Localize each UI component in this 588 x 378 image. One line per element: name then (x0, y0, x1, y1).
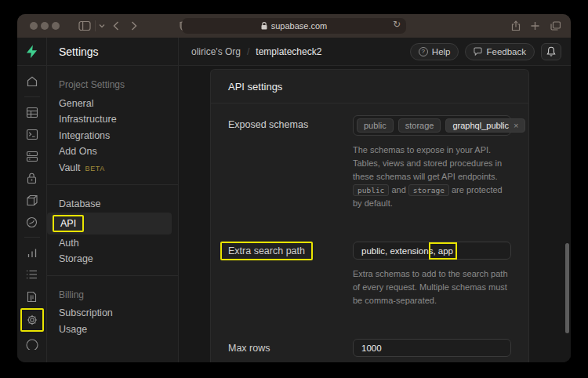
reports-icon[interactable] (22, 242, 42, 263)
back-icon[interactable] (113, 21, 119, 31)
sql-editor-icon[interactable] (22, 124, 42, 144)
notifications-button[interactable] (541, 43, 561, 60)
sidebar-chevron-down-icon[interactable] (99, 24, 105, 28)
sidebar-item-general[interactable]: General (47, 96, 178, 111)
inline-code-storage: storage (408, 184, 449, 196)
sidebar-item-infrastructure[interactable]: Infrastructure (47, 112, 178, 127)
max-rows-label: Max rows (228, 339, 353, 354)
extra-search-path-label: Extra search path (228, 242, 353, 260)
address-bar[interactable]: supabase.com ↻ (182, 18, 406, 34)
browser-toolbar: supabase.com ↻ (17, 14, 571, 38)
zoom-window-button[interactable] (52, 22, 60, 30)
close-window-button[interactable] (30, 22, 38, 30)
minimize-window-button[interactable] (41, 22, 49, 30)
exposed-schemas-control: public storage graphql_public × (353, 115, 511, 210)
section-header-billing: Billing (47, 287, 178, 303)
api-docs-icon[interactable] (22, 286, 42, 307)
extra-search-path-description: Extra schemas to add to the search path … (353, 267, 511, 307)
sidebar-divider (47, 275, 178, 276)
sidebar-item-api[interactable]: API (47, 213, 172, 234)
storage-icon[interactable] (22, 190, 42, 210)
sidebar-item-usage[interactable]: Usage (47, 322, 178, 336)
breadcrumb-org[interactable]: olirice's Org (191, 46, 241, 57)
card-title: API settings (211, 70, 528, 104)
scrollbar-thumb[interactable] (565, 243, 569, 333)
forward-icon[interactable] (131, 21, 137, 31)
extra-search-path-input[interactable]: public, extensions, app (353, 242, 511, 260)
help-label: Help (432, 47, 451, 56)
breadcrumb-separator: / (247, 46, 249, 57)
desktop: supabase.com ↻ Settings (0, 0, 588, 378)
extra-search-path-row: Extra search path public, extensions, ap… (228, 242, 511, 307)
nav-rail (17, 66, 47, 362)
api-label: API (60, 218, 76, 229)
share-icon[interactable] (511, 20, 521, 31)
max-rows-input[interactable]: 1000 (353, 339, 511, 357)
rail-divider (24, 96, 40, 97)
rail-divider (24, 237, 40, 238)
sidebar-item-storage[interactable]: Storage (47, 252, 178, 267)
remove-chip-icon[interactable]: × (514, 121, 518, 130)
max-rows-row: Max rows 1000 The maximum number of rows… (228, 339, 511, 362)
api-annotation-box: API (53, 215, 84, 232)
refresh-icon[interactable]: ↻ (393, 19, 401, 30)
table-editor-icon[interactable] (22, 102, 42, 122)
edge-functions-icon[interactable] (22, 212, 42, 232)
traffic-lights (30, 22, 60, 30)
exposed-schemas-multiselect[interactable]: public storage graphql_public × (353, 115, 511, 136)
max-rows-control: 1000 The maximum number of rows returned… (353, 339, 511, 362)
supabase-app: Settings olirice's Org / templatecheck2 … (17, 38, 571, 362)
card-body: Exposed schemas public storage graphql_p… (211, 104, 528, 362)
feedback-label: Feedback (486, 47, 526, 56)
sidebar-divider (47, 184, 178, 185)
breadcrumb-project[interactable]: templatecheck2 (256, 46, 321, 57)
feedback-button[interactable]: Feedback (465, 43, 535, 60)
schema-chip-storage[interactable]: storage (398, 118, 441, 133)
breadcrumb: olirice's Org / templatecheck2 ? Help Fe… (179, 38, 571, 65)
section-header-project-settings: Project Settings (47, 77, 178, 93)
app-header: Settings olirice's Org / templatecheck2 … (17, 38, 571, 66)
extra-search-path-control: public, extensions, app Extra schemas to… (353, 242, 511, 307)
chevron-down-icon (496, 122, 504, 127)
inline-code-public: public (353, 184, 389, 196)
lock-icon (261, 22, 267, 30)
sidebar-toggle-icon[interactable] (78, 21, 91, 31)
database-icon[interactable] (22, 146, 42, 166)
page-title: Settings (47, 38, 179, 65)
sidebar-item-add-ons[interactable]: Add Ons (47, 144, 178, 159)
auth-icon[interactable] (22, 168, 42, 188)
logs-icon[interactable] (22, 264, 42, 285)
supabase-logo[interactable] (17, 38, 47, 65)
vault-label: Vault (59, 162, 81, 173)
schema-chip-graphql-public[interactable]: graphql_public × (445, 118, 525, 133)
home-icon[interactable] (22, 71, 42, 92)
account-avatar-icon[interactable] (22, 333, 42, 354)
settings-annotation-box (20, 308, 44, 332)
sidebar-item-vault[interactable]: VaultBETA (47, 160, 178, 176)
exposed-schemas-row: Exposed schemas public storage graphql_p… (228, 115, 511, 210)
help-icon: ? (419, 47, 428, 56)
bell-icon (546, 46, 556, 56)
sidebar-item-integrations[interactable]: Integrations (47, 128, 178, 143)
settings-sidebar: Project Settings General Infrastructure … (47, 66, 179, 362)
sidebar-item-auth[interactable]: Auth (47, 235, 178, 250)
settings-gear-icon[interactable] (22, 310, 42, 330)
help-button[interactable]: ? Help (410, 43, 459, 60)
address-text: supabase.com (271, 21, 328, 31)
app-body: Project Settings General Infrastructure … (17, 66, 571, 362)
app-annotation-box: , app (433, 246, 453, 256)
sidebar-item-database[interactable]: Database (47, 196, 178, 211)
supabase-bolt-icon (25, 45, 38, 59)
main-content: API settings Exposed schemas public stor… (179, 66, 571, 362)
new-tab-icon[interactable] (531, 22, 539, 31)
api-settings-card: API settings Exposed schemas public stor… (210, 69, 529, 362)
extra-search-path-annotation-box: Extra search path (220, 242, 313, 260)
browser-window: supabase.com ↻ Settings (17, 14, 571, 362)
feedback-bubble-icon (474, 47, 482, 56)
tab-overview-icon[interactable] (550, 21, 561, 31)
schema-chip-public[interactable]: public (357, 118, 394, 133)
beta-badge: BETA (85, 165, 105, 173)
exposed-schemas-description: The schemas to expose in your API. Table… (353, 144, 511, 210)
sidebar-item-subscription[interactable]: Subscription (47, 306, 178, 321)
exposed-schemas-label: Exposed schemas (228, 115, 353, 130)
